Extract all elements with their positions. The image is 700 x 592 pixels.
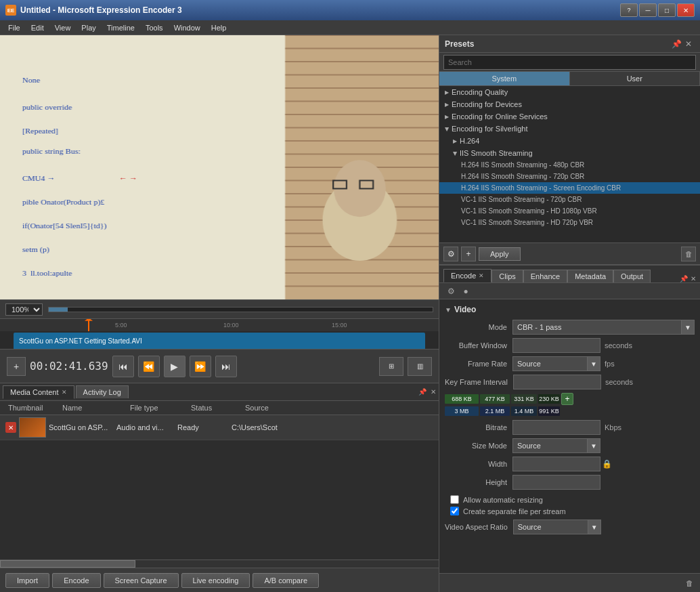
buffer-input[interactable]: 4 — [512, 338, 600, 353]
tree-encoding-online[interactable]: ▶ Encoding for Online Services — [439, 110, 700, 123]
arrow-h264: ▶ — [453, 138, 457, 144]
size-mode-dropdown-arrow[interactable]: ▼ — [587, 438, 600, 453]
skip-forward-button[interactable]: ⏭ — [215, 356, 237, 377]
label-encoding-silverlight: Encoding for Silverlight — [452, 125, 528, 133]
help-button[interactable]: ? — [620, 3, 638, 17]
aspect-ratio-arrow[interactable]: ▼ — [588, 520, 601, 534]
media-close-button[interactable]: ✕ — [431, 388, 436, 396]
bitrate-suffix: Kbps — [600, 423, 634, 431]
aspect-ratio-label: Video Aspect Ratio — [445, 523, 513, 531]
tab-user[interactable]: User — [570, 72, 701, 85]
framerate-dropdown-arrow[interactable]: ▼ — [587, 356, 600, 371]
label-iis-smooth: IIS Smooth Streaming — [460, 149, 533, 157]
skip-back-button[interactable]: ⏮ — [112, 356, 134, 377]
height-input[interactable]: 720 — [512, 475, 600, 490]
keyframe-suffix: seconds — [601, 378, 635, 386]
menu-window[interactable]: Window — [169, 22, 206, 33]
tab-clips[interactable]: Clips — [491, 270, 523, 282]
restore-button[interactable]: □ — [658, 3, 676, 17]
presets-pin-button[interactable]: 📌 — [670, 38, 682, 50]
screen-capture-button[interactable]: Screen Capture — [104, 573, 179, 588]
tree-encoding-quality[interactable]: ▶ Encoding Quality — [439, 86, 700, 98]
menu-tools[interactable]: Tools — [140, 22, 169, 33]
tab-enhance[interactable]: Enhance — [523, 270, 567, 282]
tree-vc1-720p-vbr[interactable]: VC-1 IIS Smooth Streaming - HD 720p VBR — [439, 217, 700, 228]
bandwidth-section: 688 KB 477 KB 331 KB 230 KB + 3 MB 2.1 M… — [445, 393, 695, 416]
auto-resize-checkbox[interactable] — [450, 495, 459, 504]
add-clip-button[interactable]: + — [7, 357, 26, 376]
presets-close-button[interactable]: ✕ — [682, 38, 695, 50]
tab-activity-log[interactable]: Activity Log — [76, 385, 129, 398]
mode-dropdown-arrow[interactable]: ▼ — [681, 320, 695, 335]
encode-pin-button[interactable]: 📌 — [680, 275, 688, 282]
ruler-mark-5: 5:00 — [115, 322, 127, 329]
height-row: Height 720 — [445, 475, 695, 490]
tree-vc1-720p[interactable]: VC-1 IIS Smooth Streaming - 720p CBR — [439, 194, 700, 205]
width-input[interactable]: 1280 — [512, 457, 600, 471]
menu-play[interactable]: Play — [76, 22, 101, 33]
close-button[interactable]: ✕ — [677, 3, 695, 17]
encode-button[interactable]: Encode — [52, 573, 100, 588]
tab-media-content[interactable]: Media Content ✕ — [3, 385, 74, 399]
bw-bar-21mb: 2.1 MB — [480, 406, 510, 416]
preset-add-button[interactable]: + — [461, 247, 476, 261]
tree-iis-smooth[interactable]: ▶ IIS Smooth Streaming — [439, 147, 700, 159]
clip-view-button[interactable]: ▥ — [408, 357, 432, 376]
encode-close-button[interactable]: ✕ — [691, 275, 696, 282]
menu-help[interactable]: Help — [206, 22, 232, 33]
tree-encoding-devices[interactable]: ▶ Encoding for Devices — [439, 98, 700, 110]
keyframe-label: Key Frame Interval — [445, 378, 513, 386]
tree-encoding-silverlight[interactable]: ▶ Encoding for Silverlight — [439, 123, 700, 135]
framerate-value: Source — [512, 356, 587, 371]
panel-tabs: Media Content ✕ Activity Log 📌 ✕ — [0, 383, 439, 401]
mode-value: CBR - 1 pass — [512, 320, 681, 335]
size-mode-value: Source — [512, 438, 587, 453]
live-encoding-button[interactable]: Live encoding — [181, 573, 250, 588]
mode-dropdown: CBR - 1 pass ▼ — [512, 320, 695, 335]
tab-media-close[interactable]: ✕ — [62, 389, 67, 396]
split-view-button[interactable]: ⊞ — [379, 357, 403, 376]
minimize-button[interactable]: ─ — [639, 3, 657, 17]
media-pin-button[interactable]: 📌 — [418, 388, 426, 396]
separate-file-checkbox[interactable] — [450, 507, 459, 515]
zoom-selector[interactable]: 100% 50% 200% — [5, 303, 43, 316]
tree-720p-cbr[interactable]: H.264 IIS Smooth Streaming - 720p CBR — [439, 171, 700, 182]
bitrate-input[interactable]: 2962 — [512, 420, 600, 435]
tab-metadata[interactable]: Metadata — [567, 270, 613, 282]
add-bandwidth-button[interactable]: + — [561, 393, 573, 405]
encode-trash-button[interactable]: 🗑 — [682, 576, 696, 590]
video-label: Video — [454, 305, 476, 314]
keyframe-input[interactable]: 2 — [513, 375, 601, 389]
tab-system[interactable]: System — [439, 72, 570, 85]
menu-view[interactable]: View — [49, 22, 76, 33]
menu-edit[interactable]: Edit — [26, 22, 49, 33]
menu-file[interactable]: File — [3, 22, 26, 33]
tree-480p-cbr[interactable]: H.264 IIS Smooth Streaming - 480p CBR — [439, 159, 700, 171]
tab-encode-close[interactable]: ✕ — [479, 272, 484, 279]
col-name: Name — [60, 402, 127, 413]
encode-gear-icon[interactable]: ⚙ — [445, 285, 457, 297]
preset-gear-button[interactable]: ⚙ — [443, 247, 458, 261]
import-button[interactable]: Import — [5, 573, 49, 588]
separate-file-row: Create separate file per stream — [450, 505, 695, 517]
play-button[interactable]: ▶ — [164, 356, 185, 377]
encode-dot-icon[interactable]: ● — [460, 285, 472, 297]
tab-encode[interactable]: Encode ✕ — [443, 269, 491, 282]
tree-screen-encoding[interactable]: H.264 IIS Smooth Streaming - Screen Enco… — [439, 182, 700, 194]
video-canvas — [0, 35, 439, 299]
remove-item-button[interactable]: ✕ — [5, 422, 16, 433]
ab-compare-button[interactable]: A/B compare — [253, 573, 319, 588]
search-input[interactable] — [443, 55, 696, 70]
apply-button[interactable]: Apply — [479, 247, 521, 261]
tab-output[interactable]: Output — [613, 270, 651, 282]
timeline-scrubber[interactable] — [48, 307, 433, 312]
horizontal-scrollbar[interactable] — [0, 559, 439, 568]
clip-track[interactable]: ScottGu on ASP.NET Getting Started.AVI — [14, 333, 425, 349]
scrollbar-thumb[interactable] — [0, 560, 135, 568]
step-forward-button[interactable]: ⏩ — [190, 356, 211, 377]
menu-timeline[interactable]: Timeline — [102, 22, 140, 33]
preset-trash-button[interactable]: 🗑 — [681, 247, 696, 261]
step-back-button[interactable]: ⏪ — [138, 356, 160, 377]
tree-vc1-1080p[interactable]: VC-1 IIS Smooth Streaming - HD 1080p VBR — [439, 205, 700, 217]
tree-h264[interactable]: ▶ H.264 — [439, 135, 700, 147]
